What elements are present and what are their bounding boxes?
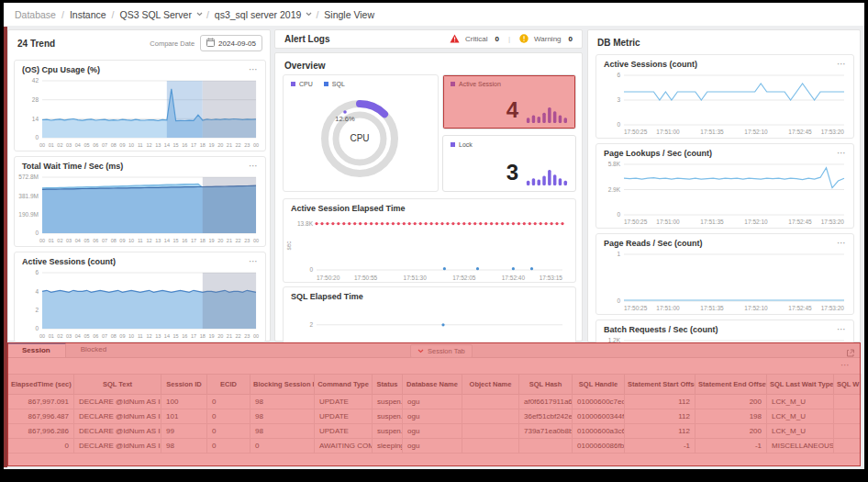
session-tab-dropdown[interactable]: Session Tab [410, 344, 473, 358]
svg-text:22: 22 [236, 333, 241, 339]
breadcrumb-item-server[interactable]: QS3 SQL Server [120, 9, 192, 20]
cpu-usage-chart[interactable]: 4228140000102030405060708091011121314151… [15, 75, 263, 149]
compare-date-picker[interactable]: 2024-09-05 [200, 35, 262, 51]
active-sessions-trend-chart[interactable]: 6420000102030405060708091011121314151617… [15, 267, 263, 340]
total-wait-time-chart[interactable]: 572.8M381.9M190.9M0000102030405060708091… [15, 172, 263, 244]
page-reads-card: Page Reads / Sec (count)⋯ 1017:50:2517:5… [595, 233, 854, 315]
svg-text:05: 05 [83, 238, 89, 243]
svg-text:17:51:00: 17:51:00 [656, 219, 680, 225]
legend-sql[interactable]: SQL [324, 81, 345, 87]
more-menu-button[interactable]: ⋯ [837, 151, 846, 156]
svg-text:21: 21 [227, 142, 232, 148]
table-row[interactable]: 867,997.091DECLARE @IdNum AS INT SE...10… [8, 395, 862, 409]
svg-text:14: 14 [32, 116, 39, 122]
svg-text:17:51:35: 17:51:35 [700, 219, 724, 225]
panel-title-24-trend: 24 Trend [17, 39, 55, 49]
table-cell: 0 [8, 439, 74, 454]
table-cell: 0 [207, 424, 250, 439]
svg-text:09: 09 [119, 238, 125, 243]
more-menu-button[interactable]: ⋯ [249, 163, 258, 169]
column-header[interactable]: Statement Start Offset [625, 375, 696, 395]
breadcrumb-item-single-view[interactable]: Single View [324, 9, 374, 20]
column-header[interactable]: SQL Handle [573, 375, 625, 395]
more-menu-button[interactable]: ⋯ [837, 241, 846, 246]
svg-text:13: 13 [155, 142, 161, 148]
svg-text:17:51:00: 17:51:00 [656, 305, 680, 311]
lock-card[interactable]: Lock 3 [442, 135, 576, 192]
column-header[interactable]: Session ID [161, 375, 207, 395]
breadcrumb-item-instance-name[interactable]: qs3_sql server 2019 [215, 9, 302, 20]
more-menu-button[interactable]: ⋯ [837, 327, 846, 332]
table-row[interactable]: 867,996.487DECLARE @IdNum AS INT SE...10… [8, 409, 862, 424]
svg-text:07: 07 [102, 333, 107, 339]
svg-text:6: 6 [35, 269, 39, 275]
svg-text:17:51:30: 17:51:30 [404, 275, 428, 281]
breadcrumb-item-instance[interactable]: Instance [70, 9, 106, 20]
overview-panel: Overview CPU SQL 12.6%CPU Active Session… [274, 52, 583, 342]
svg-text:17:51:00: 17:51:00 [656, 129, 680, 135]
column-header[interactable]: SQL Hash [519, 375, 573, 395]
column-header[interactable]: Blocking Session ID [250, 375, 315, 395]
table-row[interactable]: 0DECLARE @IdNum AS INT SE...9800AWAITING… [8, 439, 862, 454]
column-header[interactable]: Object Name [462, 375, 519, 395]
svg-text:12: 12 [146, 333, 151, 339]
table-row[interactable]: 867,996.286DECLARE @IdNum AS INT SE...99… [8, 424, 862, 439]
svg-text:20: 20 [217, 238, 223, 243]
table-cell: 99 [161, 424, 207, 439]
column-header[interactable]: SQL Last Wait Type [767, 375, 834, 395]
table-cell: LCK_M_U [767, 424, 834, 439]
column-header[interactable]: SQL Text [74, 375, 161, 395]
svg-text:06: 06 [93, 238, 98, 243]
svg-text:42: 42 [32, 77, 39, 84]
svg-text:19: 19 [208, 238, 214, 243]
svg-text:17:50:25: 17:50:25 [624, 305, 648, 311]
table-cell: 0 [207, 395, 250, 409]
svg-text:1: 1 [617, 251, 620, 257]
active-session-card[interactable]: Active Session 4 [442, 74, 576, 129]
tab-blocked[interactable]: Blocked [66, 342, 121, 357]
column-header[interactable]: SQL W [834, 375, 862, 395]
svg-text:17:52:45: 17:52:45 [788, 305, 812, 311]
legend-cpu[interactable]: CPU [291, 81, 313, 87]
table-cell: 01000600c7ed... [573, 395, 625, 409]
more-menu-button[interactable]: ⋯ [249, 67, 258, 73]
table-cell: 0 [207, 409, 250, 424]
active-session-legend: Active Session [451, 81, 501, 87]
compare-date-value: 2024-09-05 [218, 39, 256, 48]
tab-session[interactable]: Session [7, 342, 66, 357]
chart-title: Active Sessions (count) [22, 257, 116, 266]
column-header[interactable]: Command Type [315, 375, 373, 395]
cpu-legend-swatch [291, 82, 295, 86]
panel-title-db-metric: DB Metric [597, 38, 640, 48]
column-header[interactable]: Statement End Offset [696, 375, 767, 395]
column-header[interactable]: Status [373, 375, 403, 395]
cpu-donut-chart[interactable]: 12.6%CPU [284, 88, 436, 185]
more-menu-button[interactable]: ⋯ [840, 360, 850, 370]
page-lookups-chart[interactable]: 5.8K2.9K017:50:2517:51:0017:51:3517:52:1… [596, 159, 851, 226]
more-menu-button[interactable]: ⋯ [249, 259, 258, 264]
svg-text:03: 03 [66, 142, 72, 148]
chevron-down-icon[interactable] [306, 12, 312, 17]
page-reads-chart[interactable]: 1017:50:2517:51:0017:51:3517:52:1017:52:… [596, 249, 851, 312]
svg-text:17:53:20: 17:53:20 [821, 219, 845, 225]
critical-count: 0 [495, 35, 499, 43]
svg-text:22: 22 [236, 238, 241, 243]
svg-text:17:52:10: 17:52:10 [744, 305, 768, 311]
breadcrumb-item-database[interactable]: Database [15, 9, 56, 20]
session-table[interactable]: ElapsedTime (sec)SQL TextSession IDECIDB… [7, 374, 862, 454]
column-header[interactable]: ElapsedTime (sec) [8, 375, 74, 395]
overview-title: Overview [284, 61, 325, 71]
svg-text:13: 13 [155, 238, 161, 243]
svg-text:11: 11 [138, 333, 143, 339]
chevron-down-icon[interactable] [196, 12, 203, 17]
column-header[interactable]: ECID [207, 375, 250, 395]
svg-text:17:51:35: 17:51:35 [700, 305, 724, 311]
svg-text:28: 28 [32, 96, 39, 103]
breadcrumb-separator: / [316, 9, 318, 20]
svg-text:17:52:45: 17:52:45 [788, 219, 812, 225]
active-session-elapsed-chart[interactable]: 13.8K017:50:2017:50:5517:51:3017:52:0517… [284, 214, 573, 282]
more-menu-button[interactable]: ⋯ [837, 62, 846, 67]
svg-text:17:52:40: 17:52:40 [502, 275, 526, 281]
db-active-sessions-chart[interactable]: 63017:50:2517:51:0017:51:3517:52:1017:52… [596, 70, 851, 136]
column-header[interactable]: Database Name [403, 375, 462, 395]
